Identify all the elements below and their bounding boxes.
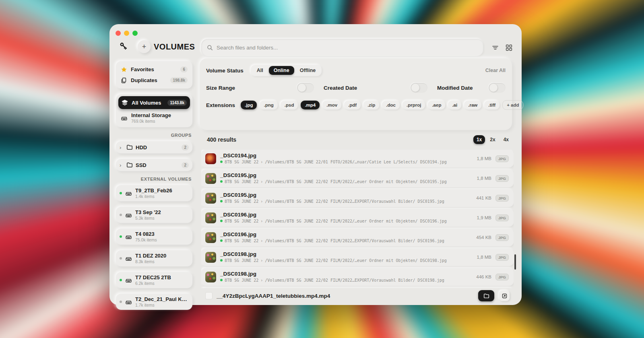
groups-section-label: GROUPS (117, 133, 192, 138)
sidebar-item-duplicates[interactable]: Duplicates 198.8k (120, 75, 189, 86)
file-row[interactable]: _DSC0198.jpg 8TB_SG_JUNE_22 › /Volumes/8… (201, 268, 514, 286)
file-row[interactable]: _DSC0195.jpg 8TB_SG_JUNE_22 › /Volumes/8… (201, 189, 514, 207)
path-separator: › (260, 219, 263, 223)
file-row[interactable]: _DSC0194.jpg 8TB_SG_JUNE_22 › /Volumes/8… (201, 150, 514, 167)
open-external-button[interactable] (499, 291, 510, 301)
results-header: 400 results 1x 2x 4x (207, 135, 512, 144)
extension-chip[interactable]: .tiff (484, 101, 500, 109)
extension-chip[interactable]: .ai (448, 101, 461, 109)
sidebar-external-volume[interactable]: T4 0823 75.0k items (116, 229, 192, 245)
sidebar-item-all-volumes[interactable]: All Volumes 1143.8k (118, 96, 190, 109)
search-bar[interactable] (201, 39, 483, 56)
file-type-badge: JPG (495, 195, 509, 202)
volume-status-dot (120, 257, 122, 260)
file-row[interactable]: _DSC0196.jpg 8TB_SG_JUNE_22 › /Volumes/8… (201, 229, 514, 246)
toggle-knob (411, 84, 419, 92)
file-row[interactable]: _DSC0196.jpg 8TB_SG_JUNE_22 › /Volumes/8… (201, 209, 514, 227)
sidebar-item-favorites[interactable]: Favorites 6 (120, 64, 189, 75)
volume-name: 8TB_SG_JUNE_22 (225, 278, 258, 282)
extensions-label: Extensions (206, 102, 235, 108)
volumes-card: All Volumes 1143.8k Internal Storage 769… (116, 94, 192, 127)
sidebar-external-volume[interactable]: T9_2TB_Feb26 1.4k items (116, 185, 192, 201)
clear-all-button[interactable]: Clear All (485, 68, 506, 73)
extension-chip[interactable]: .doc (382, 101, 400, 109)
sidebar-external-volume[interactable]: T7 DEC25 2TB 6.2k items (116, 272, 192, 288)
group-label: HDD (136, 144, 179, 150)
page-title: VOLUMES (154, 42, 195, 52)
sidebar-item-internal-storage[interactable]: Internal Storage 769.0k items (120, 111, 189, 124)
volume-status-dot (120, 214, 122, 216)
extension-chip[interactable]: .prproj (402, 101, 425, 109)
extension-chip[interactable]: .mov (322, 101, 341, 109)
sidebar-group-item[interactable]: › SSD 2 (116, 159, 192, 171)
minimize-window-button[interactable] (124, 31, 129, 36)
group-label: SSD (136, 162, 179, 168)
search-input[interactable] (217, 45, 477, 51)
file-path: 8TB_SG_JUNE_22 › /Volumes/8TB_SG_JUNE_22… (220, 219, 473, 223)
app-window: + VOLUMES Volume Status (109, 24, 522, 305)
drive-icon (125, 212, 132, 218)
volume-info: T1 DEZ 2020 8.3k items (135, 253, 189, 264)
chevron-right-icon[interactable]: › (120, 162, 124, 168)
volume-status-dot (220, 239, 223, 242)
plus-icon: + (142, 43, 147, 51)
extension-chip[interactable]: .raw (464, 101, 481, 109)
path-text: /Volumes/8TB_SG_JUNE_22/02_FILM/2022…EXP… (265, 278, 444, 282)
desktop-background: + VOLUMES Volume Status (0, 0, 644, 338)
file-name: _DSC0195.jpg (220, 192, 472, 198)
sidebar-external-volume[interactable]: T1 DEZ 2020 8.3k items (116, 250, 192, 266)
sidebar-item-label: All Volumes (132, 100, 164, 106)
filter-panel: Volume Status All Online Offline Clear A… (200, 58, 512, 130)
grid-view-button[interactable] (504, 43, 514, 52)
size-range-toggle[interactable] (297, 83, 314, 93)
volume-status-option[interactable]: Offline (295, 66, 321, 75)
volume-item-count: 1.4k items (135, 194, 189, 199)
extension-chip[interactable]: .jpg (241, 101, 257, 109)
reveal-in-folder-button[interactable] (478, 290, 494, 301)
volume-name: T4 0823 (135, 231, 189, 237)
volume-name: 8TB_SG_JUNE_22 (225, 179, 258, 184)
volume-info: T9_2TB_Feb26 1.4k items (135, 188, 189, 199)
date-filters-row: Size Range Created Date Modified Date (206, 81, 506, 95)
drive-icon (125, 277, 132, 284)
list-scrollbar[interactable] (514, 254, 516, 270)
add-volume-button[interactable]: + (138, 40, 151, 53)
volume-status-option[interactable]: All (252, 66, 268, 75)
add-extension-chip[interactable]: + add (502, 100, 523, 110)
created-date-toggle[interactable] (411, 83, 427, 93)
volume-item-count: 5.3k items (135, 216, 189, 221)
file-row[interactable]: _DSC0198.jpg 8TB_SG_JUNE_22 › /Volumes/8… (201, 248, 514, 266)
count-badge: 2 (182, 162, 189, 168)
file-type-badge: JPG (495, 234, 509, 241)
modified-date-toggle[interactable] (489, 83, 506, 93)
filter-sort-button[interactable] (490, 43, 500, 52)
extension-chip[interactable]: .png (260, 101, 277, 109)
file-size: 454 KB (476, 235, 491, 240)
volume-status-option[interactable]: Online (269, 66, 294, 75)
sidebar-group-item[interactable]: › HDD 2 (116, 141, 192, 153)
file-path: 8TB_SG_JUNE_22 › /Volumes/8TB_SG_JUNE_22… (220, 278, 472, 282)
close-window-button[interactable] (116, 31, 121, 36)
chevron-right-icon[interactable]: › (120, 144, 124, 150)
extension-chip[interactable]: .aep (428, 101, 445, 109)
results-list[interactable]: _DSC0194.jpg 8TB_SG_JUNE_22 › /Volumes/8… (201, 150, 514, 291)
zoom-level-button[interactable]: 1x (473, 135, 485, 144)
external-volumes-section-label: EXTERNAL VOLUMES (117, 177, 192, 181)
file-thumbnail (205, 232, 216, 243)
zoom-level-button[interactable]: 4x (500, 135, 512, 144)
file-name: _DSC0196.jpg (220, 212, 473, 218)
thumbnail-zoom-control: 1x 2x 4x (473, 135, 512, 144)
sidebar-external-volume[interactable]: T2_Dec_21_Paul Ko... 1.7k items (116, 294, 192, 310)
path-separator: › (260, 160, 263, 164)
modified-date-label: Modified Date (437, 85, 473, 91)
extension-chip[interactable]: .mp4 (301, 101, 320, 109)
extension-chip[interactable]: .pdf (344, 101, 361, 109)
extension-chip[interactable]: .psd (281, 101, 298, 109)
zoom-level-button[interactable]: 2x (487, 135, 498, 144)
path-separator: › (260, 199, 263, 204)
zoom-window-button[interactable] (132, 31, 138, 36)
file-row[interactable]: _DSC0195.jpg 8TB_SG_JUNE_22 › /Volumes/8… (201, 169, 514, 187)
volume-item-count: 769.0k items (131, 119, 188, 124)
sidebar-external-volume[interactable]: T3 Sep '22 5.3k items (116, 207, 192, 223)
extension-chip[interactable]: .zip (363, 101, 379, 109)
